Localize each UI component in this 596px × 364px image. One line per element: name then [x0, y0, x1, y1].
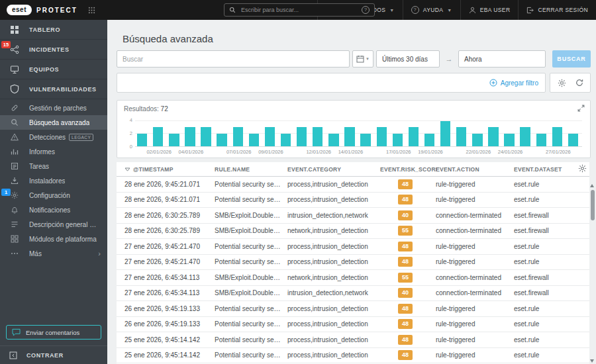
chart-bar[interactable] [568, 134, 578, 146]
scroll-down-arrow[interactable] [590, 359, 594, 363]
table-row[interactable]: 27 ene 2026, 9:45:21.470Potential securi… [117, 239, 589, 255]
expand-chart-icon[interactable] [577, 105, 585, 112]
query-search-input[interactable] [117, 50, 350, 68]
collapse-sidebar-button[interactable]: CONTRAER [0, 345, 107, 364]
chart-bar[interactable] [409, 127, 419, 146]
chart-bar[interactable] [297, 127, 307, 146]
chart-bar[interactable] [472, 134, 482, 146]
sidebar-item-instaladores[interactable]: Instaladores [0, 173, 107, 188]
chart-bar[interactable] [169, 134, 179, 146]
chart-bar[interactable] [536, 134, 546, 146]
chart-bar[interactable] [137, 134, 147, 146]
column-header-timestamp[interactable]: @TIMESTAMP [124, 166, 215, 173]
scrollbar-thumb[interactable] [591, 190, 595, 220]
table-row[interactable]: 27 ene 2026, 6:45:34.113SMB/Exploit.Doub… [117, 286, 589, 302]
filter-settings-gear-icon[interactable] [558, 79, 566, 87]
vertical-scrollbar[interactable] [589, 184, 595, 363]
date-range-to[interactable]: Ahora [458, 50, 546, 68]
chart-bar[interactable] [265, 127, 275, 146]
cell-timestamp: 27 ene 2026, 9:45:21.470 [124, 243, 215, 250]
help-menu[interactable]: ? AYUDA ▼ [403, 0, 460, 20]
chart-bar[interactable] [217, 134, 226, 146]
sidebar-item-tablero[interactable]: TABLERO [0, 20, 107, 40]
global-search-input[interactable] [240, 6, 358, 14]
chart-bar[interactable] [424, 134, 434, 146]
table-row[interactable]: 26 ene 2026, 9:45:19.133Potential securi… [117, 317, 589, 333]
chart-bar[interactable] [377, 127, 387, 146]
chart-bar[interactable] [328, 134, 338, 146]
feedback-bubble-icon [12, 328, 21, 336]
chart-bar[interactable] [249, 134, 259, 146]
column-header-event_action[interactable]: EVENT.ACTION [436, 166, 514, 173]
chart-bar[interactable] [504, 134, 514, 146]
search-help-icon[interactable]: ? [362, 6, 370, 14]
chart-bar[interactable] [201, 127, 211, 146]
sidebar-item-descripcion-general-de-esta[interactable]: Descripción general de esta... [0, 217, 107, 232]
column-header-rule_name[interactable]: RULE.NAME [215, 166, 287, 173]
sidebar-item-incidentes[interactable]: INCIDENTES15 [0, 40, 107, 60]
cell-event-category: process,intrusion_detection [287, 243, 380, 250]
column-header-event_category[interactable]: EVENT.CATEGORY [287, 166, 380, 173]
chart-bar[interactable] [393, 134, 403, 146]
send-feedback-button[interactable]: Enviar comentarios [6, 325, 101, 340]
eset-logo[interactable]: eset [7, 5, 32, 15]
x-axis-tick-label: 24/01/2026 [498, 149, 523, 155]
cell-event-risk-score: 40 [380, 288, 436, 298]
sidebar-item-label: Detecciones [29, 134, 66, 141]
sidebar-item-label: VULNERABILIDADES [29, 86, 97, 93]
chart-bar[interactable] [488, 127, 498, 146]
table-row[interactable]: 28 ene 2026, 6:30:25.789SMB/Exploit.Doub… [117, 224, 589, 240]
chart-bar[interactable] [313, 127, 323, 146]
date-range-from[interactable]: Últimos 30 días [376, 50, 440, 68]
sidebar-item-modulos-de-plataforma[interactable]: Módulos de plataforma [0, 232, 107, 246]
logout-button[interactable]: CERRAR SESIÓN [518, 0, 596, 20]
refresh-icon[interactable] [575, 79, 583, 87]
add-filter-button[interactable]: Agregar filtro [489, 79, 538, 87]
table-row[interactable]: 28 ene 2026, 9:45:21.071Potential securi… [117, 177, 589, 193]
column-header-event_dataset[interactable]: EVENT.DATASET [514, 166, 572, 173]
chart-bar[interactable] [520, 127, 530, 146]
table-row[interactable]: 27 ene 2026, 9:45:21.470Potential securi… [117, 255, 589, 271]
chart-bar[interactable] [552, 127, 562, 146]
table-row[interactable]: 28 ene 2026, 9:45:21.071Potential securi… [117, 193, 589, 208]
apps-grid-icon[interactable] [88, 7, 95, 14]
chart-bar[interactable] [360, 134, 370, 146]
sidebar-item-equipos[interactable]: EQUIPOS [0, 60, 107, 79]
sidebar-item-informes[interactable]: Informes [0, 144, 107, 159]
filter-tools [550, 73, 591, 93]
table-row[interactable]: 25 ene 2026, 9:45:14.142Potential securi… [117, 348, 589, 364]
chart-bar[interactable] [440, 121, 450, 146]
cell-rule-name: Potential security service disco... [215, 305, 287, 312]
sidebar-item-detecciones[interactable]: DeteccionesLEGACY [0, 130, 107, 144]
table-columns-settings-button[interactable] [572, 164, 589, 174]
sidebar-item-tareas[interactable]: Tareas [0, 159, 107, 173]
chart-bar[interactable] [153, 127, 163, 146]
sidebar-item-busqueda-avanzada[interactable]: Búsqueda avanzada [0, 115, 107, 130]
x-axis-tick-label: 04/01/2026 [179, 149, 204, 155]
table-row[interactable]: 25 ene 2026, 9:45:14.142Potential securi… [117, 332, 589, 348]
sidebar-item-notificaciones[interactable]: Notificaciones [0, 203, 107, 217]
table-row[interactable]: 26 ene 2026, 9:45:19.133Potential securi… [117, 301, 589, 317]
sidebar-item-label: Configuración [29, 192, 70, 199]
chart-x-axis: 02/01/202604/01/202607/01/202609/01/2026… [135, 149, 582, 157]
search-button[interactable]: BUSCAR [552, 50, 591, 68]
chart-bar[interactable] [281, 134, 291, 146]
column-header-label: EVENT.RISK_SCORE [380, 166, 440, 173]
sidebar-item-configuracion[interactable]: Configuración1 [0, 188, 107, 203]
date-picker-button[interactable]: ▼ [352, 50, 373, 68]
sidebar-item-mas[interactable]: Más› [0, 246, 107, 261]
table-row[interactable]: 27 ene 2026, 6:45:34.113SMB/Exploit.Doub… [117, 270, 589, 286]
chart-bar[interactable] [456, 127, 466, 146]
sidebar-item-gestion-de-parches[interactable]: Gestión de parches [0, 101, 107, 115]
sort-desc-icon [124, 167, 130, 171]
cell-event-risk-score: 48 [380, 195, 436, 205]
user-menu[interactable]: EBA USER [460, 0, 519, 20]
column-header-event_risk_score[interactable]: EVENT.RISK_SCORE [380, 166, 436, 173]
chart-bar[interactable] [344, 127, 354, 146]
table-row[interactable]: 28 ene 2026, 6:30:25.789SMB/Exploit.Doub… [117, 208, 589, 224]
logout-label: CERRAR SESIÓN [538, 7, 588, 13]
scroll-up-arrow[interactable] [590, 184, 594, 187]
chart-bar[interactable] [233, 127, 243, 146]
chart-bar[interactable] [185, 127, 195, 146]
sidebar-item-vulnerabilidades[interactable]: VULNERABILIDADES [0, 79, 107, 99]
